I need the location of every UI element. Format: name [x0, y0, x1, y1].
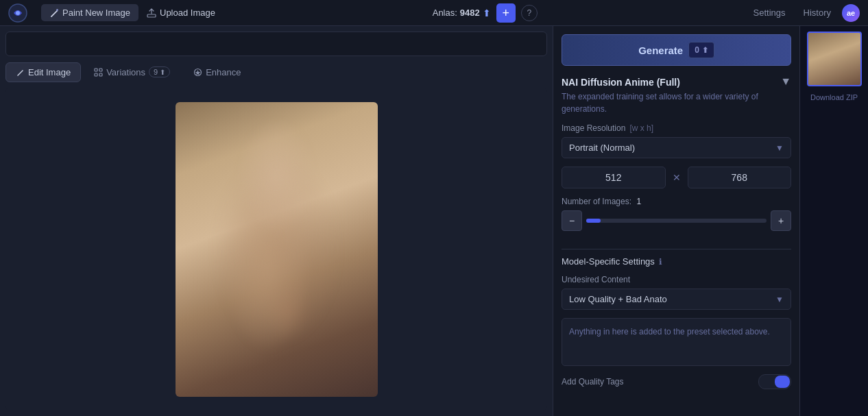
- num-images-minus-button[interactable]: −: [562, 210, 582, 231]
- generate-label: Generate: [638, 45, 683, 56]
- resolution-dim: [w x h]: [629, 123, 653, 133]
- tab-edit-label: Edit Image: [28, 67, 71, 77]
- width-input[interactable]: 512: [562, 167, 666, 188]
- canvas-area: [5, 88, 547, 411]
- avatar-text: ae: [847, 9, 855, 17]
- tab-edit-image[interactable]: Edit Image: [5, 62, 81, 82]
- prompt-area[interactable]: [5, 32, 547, 56]
- nav-center: Anlas: 9482 ⬆ + ?: [224, 3, 747, 23]
- textarea-placeholder: Anything in here is added to the preset …: [569, 327, 770, 337]
- variations-badge: 9 ⬆: [149, 66, 170, 77]
- paint-label: Paint New Image: [62, 8, 130, 18]
- upload-label: Upload Image: [160, 8, 215, 18]
- tab-enhance-label: Enhance: [206, 67, 241, 77]
- divider: [562, 249, 791, 249]
- undesired-chevron-icon: ▼: [775, 295, 784, 304]
- tab-variations-label: Variations: [106, 67, 145, 77]
- help-icon: ?: [527, 8, 531, 18]
- num-images-label: Number of Images: 1: [562, 197, 791, 206]
- avatar[interactable]: ae: [842, 4, 860, 22]
- undesired-select[interactable]: Low Quality + Bad Anato ▼: [562, 289, 791, 310]
- generate-cost: 0 ⬆: [688, 42, 714, 58]
- settings-label: Settings: [754, 8, 786, 18]
- model-name: NAI Diffusion Anime (Full): [562, 77, 791, 88]
- svg-point-1: [16, 11, 20, 15]
- add-icon: +: [503, 7, 510, 19]
- portrait-label: Portrait (Normal): [569, 143, 635, 153]
- svg-rect-3: [147, 14, 156, 17]
- svg-rect-7: [99, 73, 102, 76]
- model-specific-label: Model-Specific Settings ℹ: [562, 256, 791, 267]
- resolution-row: 512 ✕ 768: [562, 167, 791, 188]
- quality-tags-toggle[interactable]: [758, 374, 791, 389]
- generate-cost-icon: ⬆: [702, 46, 708, 55]
- svg-point-2: [56, 9, 58, 11]
- variations-badge-icon: ⬆: [160, 69, 165, 76]
- toggle-off[interactable]: [760, 376, 775, 388]
- main-area: Edit Image Variations 9 ⬆: [0, 26, 868, 416]
- toggle-on[interactable]: [775, 376, 790, 388]
- paint-icon: [49, 8, 59, 18]
- anlas-value: 9482: [460, 8, 480, 18]
- undesired-preset-label: Low Quality + Bad Anato: [569, 294, 667, 304]
- portrait-select-row: Portrait (Normal) ▼: [562, 137, 791, 158]
- tab-enhance[interactable]: Enhance: [183, 62, 251, 82]
- model-desc: The expanded training set allows for a w…: [562, 90, 791, 115]
- settings-button[interactable]: Settings: [747, 5, 793, 21]
- generate-cost-value: 0: [695, 45, 699, 55]
- add-button[interactable]: +: [496, 3, 516, 23]
- enhance-icon: [193, 68, 202, 77]
- nav-right: Settings History ae: [747, 4, 860, 22]
- undesired-textarea[interactable]: Anything in here is added to the preset …: [562, 318, 791, 366]
- help-button[interactable]: ?: [521, 5, 538, 21]
- anlas-label: Anlas:: [433, 8, 457, 18]
- num-images-row: − +: [562, 210, 791, 231]
- thumbnail-image[interactable]: [807, 32, 862, 86]
- res-x-separator: ✕: [670, 172, 684, 183]
- num-images-value: 1: [636, 197, 641, 206]
- portrait-select[interactable]: Portrait (Normal) ▼: [562, 137, 791, 158]
- quality-tags-label: Add Quality Tags: [562, 377, 624, 387]
- generate-button[interactable]: Generate 0 ⬆: [562, 34, 791, 66]
- num-images-fill: [586, 219, 601, 223]
- tab-variations[interactable]: Variations 9 ⬆: [84, 62, 180, 82]
- svg-rect-5: [99, 69, 102, 71]
- download-zip-button[interactable]: Download ZIP: [808, 92, 860, 103]
- upload-image-button[interactable]: Upload Image: [138, 4, 224, 21]
- history-label: History: [804, 8, 831, 18]
- generate-section: Generate 0 ⬆: [562, 34, 791, 66]
- app-logo-icon: [8, 3, 27, 23]
- edit-icon: [16, 68, 25, 77]
- model-info: ▼ NAI Diffusion Anime (Full) The expande…: [562, 77, 791, 123]
- num-images-plus-button[interactable]: +: [771, 210, 791, 231]
- paint-new-image-button[interactable]: Paint New Image: [41, 4, 138, 21]
- history-button[interactable]: History: [798, 5, 836, 21]
- top-nav: Paint New Image Upload Image Anlas: 9482…: [0, 0, 868, 26]
- right-panel: Generate 0 ⬆ ▼ NAI Diffusion Anime (Full…: [553, 26, 799, 416]
- svg-rect-4: [95, 69, 97, 71]
- model-specific-info-icon[interactable]: ℹ: [659, 257, 662, 267]
- thumbnail-panel: Download ZIP: [799, 26, 868, 416]
- anlas-badge: Anlas: 9482 ⬆: [433, 8, 491, 19]
- portrait-chevron-icon: ▼: [775, 143, 784, 153]
- undesired-select-row: Low Quality + Bad Anato ▼: [562, 289, 791, 310]
- upload-icon: [147, 8, 156, 18]
- num-images-track[interactable]: [586, 219, 767, 223]
- quality-tags-row: Add Quality Tags: [562, 374, 791, 389]
- variations-icon: [94, 68, 103, 77]
- anlas-icon: ⬆: [483, 8, 491, 19]
- logo: [8, 3, 27, 23]
- height-input[interactable]: 768: [688, 167, 792, 188]
- tab-bar: Edit Image Variations 9 ⬆: [5, 62, 547, 82]
- model-expand-button[interactable]: ▼: [780, 75, 791, 88]
- svg-rect-6: [95, 73, 97, 76]
- left-panel: Edit Image Variations 9 ⬆: [0, 26, 553, 416]
- resolution-label: Image Resolution [w x h]: [562, 123, 791, 133]
- undesired-content-label: Undesired Content: [562, 275, 791, 284]
- canvas-image: [176, 102, 378, 397]
- figure-blur: [176, 102, 378, 397]
